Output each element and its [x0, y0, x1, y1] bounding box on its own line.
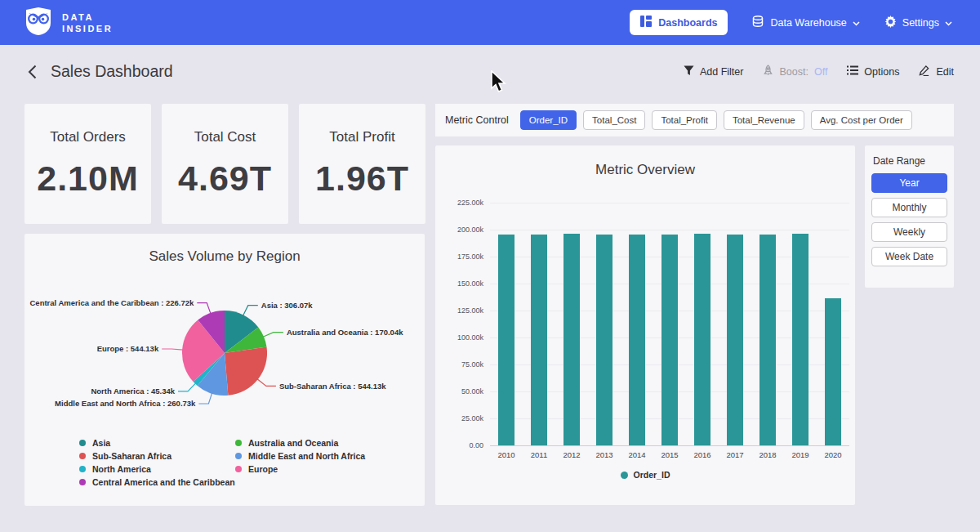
bar-2018 [760, 235, 776, 445]
kpi-label: Total Profit [329, 129, 394, 145]
pie-label: North America : 45.34k [91, 387, 175, 396]
kpi-card-total-orders: Total Orders2.10M [24, 104, 151, 224]
date-range-card: Date Range YearMonthlyWeeklyWeek Date [865, 145, 954, 288]
x-axis-tick: 2012 [555, 450, 588, 459]
metric-chip-total-cost[interactable]: Total_Cost [583, 110, 645, 130]
date-range-year[interactable]: Year [871, 173, 947, 193]
kpi-value: 4.69T [178, 159, 272, 199]
legend-dot [79, 466, 86, 472]
boost-value: Off [814, 66, 827, 78]
nav-settings[interactable]: Settings [884, 16, 952, 30]
edit-button[interactable]: Edit [919, 65, 954, 78]
edit-label: Edit [936, 66, 954, 78]
pie-callout-line [263, 333, 283, 338]
nav-dashboards-label: Dashboards [658, 17, 717, 29]
gridline [490, 230, 849, 230]
legend-dot-order-id [621, 472, 628, 479]
legend-item-sub-saharan-africa: Sub-Saharan Africa [79, 449, 235, 463]
chevron-down-icon [853, 17, 860, 29]
page-title: Sales Dashboard [51, 62, 173, 81]
pie-callout-line [198, 393, 212, 404]
kpi-value: 1.96T [315, 159, 409, 199]
x-axis-tick: 2015 [653, 450, 686, 459]
kpi-value: 2.10M [37, 159, 139, 199]
pie-legend-column: AsiaSub-Saharan AfricaNorth AmericaCentr… [79, 436, 235, 489]
back-button[interactable] [23, 63, 41, 81]
pie-chart-card: Sales Volume by Region Asia : 306.07kAus… [24, 234, 425, 506]
legend-dot [79, 479, 86, 485]
bar-legend-label: Order_ID [634, 470, 670, 480]
legend-item-central-america-and-the-caribbean: Central America and the Caribbean [79, 476, 235, 489]
bar-2010 [498, 235, 514, 445]
pie-label: Middle East and North Africa : 260.73k [55, 399, 196, 408]
metric-control-label: Metric Control [445, 114, 509, 126]
nav-dashboards-button[interactable]: Dashboards [630, 10, 728, 35]
top-nav-bar: DATA INSIDER Dashboards Da [0, 0, 980, 45]
y-axis-tick: 200.00k [443, 226, 483, 234]
legend-dot [235, 440, 242, 446]
metric-chip-avg-cost-per-order[interactable]: Avg. Cost per Order [811, 110, 912, 130]
dashboards-icon [640, 16, 652, 29]
kpi-label: Total Cost [194, 129, 256, 145]
y-axis-tick: 125.00k [443, 306, 483, 315]
options-label: Options [864, 66, 899, 78]
date-range-week-date[interactable]: Week Date [871, 247, 947, 266]
kpi-label: Total Orders [50, 129, 126, 145]
legend-label: Asia [92, 438, 110, 448]
add-filter-label: Add Filter [700, 66, 744, 78]
pie-slice-sub-saharan-africa[interactable] [225, 347, 267, 396]
options-list-icon [847, 65, 858, 78]
metric-chip-total-revenue[interactable]: Total_Revenue [724, 110, 804, 130]
pie-label: Europe : 544.13k [97, 344, 159, 353]
gridline [490, 203, 849, 203]
y-axis-tick: 75.00k [443, 360, 483, 369]
legend-dot [235, 453, 242, 459]
x-axis-tick: 2018 [751, 450, 784, 459]
bar-2015 [662, 235, 678, 445]
legend-item-europe: Europe [235, 463, 365, 476]
legend-item-north-america: North America [79, 463, 235, 476]
metric-chip-order-id[interactable]: Order_ID [520, 110, 577, 130]
metric-chip-total-profit[interactable]: Total_Profit [652, 110, 717, 130]
boost-toggle[interactable]: Boost: Off [763, 65, 827, 79]
bar-2019 [792, 234, 808, 445]
options-button[interactable]: Options [847, 65, 899, 78]
pie-callout-line [197, 303, 211, 314]
x-axis-tick: 2016 [686, 450, 719, 459]
y-axis-tick: 150.00k [443, 279, 483, 288]
pencil-icon [919, 65, 930, 78]
date-range-label: Date Range [873, 155, 947, 167]
bar-2011 [531, 235, 547, 445]
nav-data-warehouse[interactable]: Data Warehouse [752, 16, 859, 30]
bar-chart-card: Metric Overview 225.00k200.00k175.00k150… [435, 145, 855, 505]
x-axis-tick: 2019 [784, 450, 817, 459]
bar-2017 [727, 235, 743, 445]
x-axis-tick: 2017 [719, 450, 751, 459]
database-icon [752, 16, 764, 30]
y-axis-tick: 175.00k [443, 253, 483, 261]
bar-2014 [629, 235, 645, 445]
legend-item-australia-and-oceania: Australia and Oceania [235, 436, 365, 449]
legend-item-asia: Asia [79, 436, 235, 449]
pie-chart: Asia : 306.07kAustralia and Oceania : 17… [24, 266, 425, 434]
bar-chart-legend: Order_ID [435, 470, 855, 480]
nav-settings-label: Settings [902, 17, 939, 29]
legend-dot [235, 466, 242, 472]
x-axis-tick: 2014 [621, 450, 653, 459]
bar-2013 [596, 235, 612, 445]
filter-funnel-icon [684, 65, 694, 78]
date-range-weekly[interactable]: Weekly [871, 222, 947, 242]
add-filter-button[interactable]: Add Filter [684, 65, 744, 78]
rocket-icon [763, 65, 773, 79]
date-range-monthly[interactable]: Monthly [871, 198, 947, 217]
x-axis-tick: 2013 [588, 450, 621, 459]
y-axis-tick: 50.00k [443, 387, 483, 396]
bar-2012 [564, 234, 580, 446]
legend-dot [79, 453, 86, 459]
brand-logo: DATA INSIDER [23, 7, 113, 39]
pie-label: Australia and Oceania : 170.04k [287, 328, 403, 337]
pie-callout-line [162, 349, 183, 350]
y-axis-tick: 0.00 [443, 441, 483, 449]
gear-icon [884, 16, 897, 30]
x-axis-tick: 2020 [817, 450, 849, 459]
